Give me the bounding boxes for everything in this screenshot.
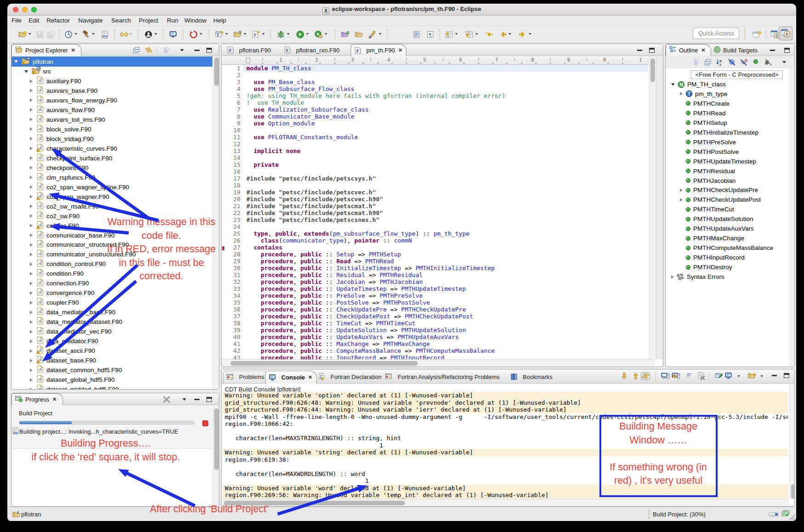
code-line[interactable]: 10	[222, 127, 648, 134]
tree-item-file[interactable]: .cconvergence.F90	[11, 288, 212, 298]
maximize-view-icon[interactable]	[784, 373, 789, 378]
profile-person-icon[interactable]	[144, 29, 153, 40]
code-line[interactable]: 4 use PM_Subsurface_Flow_class	[222, 85, 648, 92]
focus-icon[interactable]	[162, 46, 171, 56]
code-line[interactable]: 2	[222, 72, 648, 79]
code-line[interactable]: 34 procedure, public :: PreSolve => PMTH…	[222, 292, 648, 299]
code-line[interactable]: 43 procedure, public :: InputRecord => P…	[222, 354, 648, 359]
display-console-dropdown-icon[interactable]	[737, 375, 740, 377]
tree-collapsed-icon[interactable]	[30, 175, 33, 179]
resize-grip[interactable]	[787, 513, 795, 521]
tree-collapsed-icon[interactable]	[30, 243, 33, 247]
tree-collapsed-icon[interactable]	[30, 272, 33, 276]
menu-window[interactable]: Window	[184, 17, 206, 24]
tree-item-file[interactable]: .ccharacteristic_curves.F90	[11, 143, 212, 153]
code-line[interactable]: 24	[222, 223, 648, 230]
scrollbar-thumb[interactable]	[230, 361, 418, 366]
code-line[interactable]: 42 procedure, public :: ComputeMassBalan…	[222, 347, 648, 354]
show-on-stdout-icon[interactable]	[661, 372, 669, 382]
tree-item-file[interactable]: .cblock_solve.F90	[11, 124, 212, 134]
prev-warning-icon[interactable]	[632, 372, 639, 382]
code-line[interactable]: 7 use Realization_Subsurface_class	[222, 106, 648, 113]
tree-item-file[interactable]: .cclm_rspfuncs.F90	[11, 172, 212, 182]
status-build-progress-text[interactable]: Build Project: (30%)	[653, 511, 706, 518]
tree-item-file[interactable]: .ccommunicator_structured.F90	[11, 240, 212, 250]
code-line[interactable]: 12	[222, 141, 648, 147]
profile-person-dropdown-icon[interactable]	[154, 33, 157, 35]
outline-item[interactable]: Tpm_th_type	[666, 89, 789, 99]
code-line[interactable]: 35 procedure, public :: PostSolve => PMT…	[222, 299, 648, 306]
scrollbar-thumb[interactable]	[224, 501, 405, 505]
build-hammer-dropdown-icon[interactable]	[92, 33, 95, 35]
stop-build-button[interactable]	[202, 420, 208, 426]
tree-collapsed-icon[interactable]	[30, 301, 33, 305]
hide-static-icon[interactable]: S	[740, 58, 748, 68]
new-wizard-dropdown-icon[interactable]	[29, 33, 31, 35]
progress-tab[interactable]: Progress✕	[11, 393, 63, 405]
outline-item[interactable]: PMTHUpdateAuxVars	[666, 224, 789, 233]
console-tab-problems[interactable]: Problems	[223, 371, 268, 383]
tree-collapsed-icon[interactable]	[30, 359, 33, 362]
code-line[interactable]: 15 private	[222, 161, 648, 168]
outline-item[interactable]: Syntax Errors	[666, 272, 789, 282]
tree-item-file[interactable]: .cdata_mediator_base.F90	[11, 307, 212, 317]
console-tab-fortran-analysis-refactoring-problems[interactable]: Fortran Analysis/Refactoring Problems	[382, 371, 503, 383]
back-arrow-dropdown-icon[interactable]	[508, 33, 511, 35]
run-external-icon[interactable]	[314, 29, 323, 40]
tree-item-file[interactable]: .cdata_mediator_dataset.F90	[11, 317, 212, 327]
tree-item-file[interactable]: .cdataset_global_hdf5.F90	[11, 375, 212, 385]
binary-010-icon[interactable]: 010	[101, 29, 108, 40]
outline-item[interactable]: MPM_TH_class	[666, 79, 789, 89]
tree-collapsed-icon[interactable]	[30, 224, 33, 227]
code-line[interactable]: 14	[222, 154, 648, 161]
tree-collapsed-icon[interactable]	[30, 195, 33, 198]
tree-item-file[interactable]: .ccondition.F90	[11, 269, 212, 279]
console-hscrollbar[interactable]	[222, 499, 789, 506]
code-line[interactable]: 28 procedure, public :: Setup => PMTHSet…	[222, 251, 648, 258]
code-line[interactable]: 3 use PM_Base_class	[222, 79, 648, 85]
prev-annotation-dropdown-icon[interactable]	[475, 33, 478, 35]
minimize-view-icon[interactable]	[772, 373, 777, 378]
code-line[interactable]: 26 class(communicator_type), pointer :: …	[222, 237, 648, 244]
tree-item-file[interactable]: .cdataset_base.F90	[11, 356, 212, 366]
forward-arrow-dropdown-icon[interactable]	[529, 33, 531, 35]
tree-item-file[interactable]: .cauxiliary.F90	[11, 76, 212, 86]
search-wand-icon[interactable]	[369, 29, 377, 40]
tree-collapsed-icon[interactable]	[30, 368, 33, 372]
tree-collapsed-icon[interactable]	[30, 127, 33, 131]
hide-preprocessor-icon[interactable]: #	[764, 58, 772, 68]
run-external-dropdown-icon[interactable]	[325, 33, 327, 35]
tree-item-file[interactable]: .cco2_sw_rtsafe.F90	[11, 201, 212, 211]
tree-item-file[interactable]: .cco2_span_wagner.F90	[11, 192, 212, 202]
progress-vscrollbar[interactable]	[213, 405, 219, 506]
maximize-view-icon[interactable]	[784, 48, 790, 52]
tree-item-file[interactable]: .cauxvars_flow.F90	[11, 105, 212, 115]
minimize-view-icon[interactable]	[770, 48, 775, 52]
code-line[interactable]: 17#include "petsc/finclude/petscsys.h"	[222, 175, 648, 182]
tree-collapsed-icon[interactable]	[680, 92, 683, 96]
open-folder-icon[interactable]	[355, 29, 364, 40]
console-tab-bookmarks[interactable]: Bookmarks	[507, 371, 556, 383]
menu-project[interactable]: Project	[139, 17, 158, 24]
new-fortran-project-dropdown-icon[interactable]	[225, 33, 228, 35]
debug-bug-icon[interactable]	[277, 29, 285, 40]
outline-item[interactable]: PMTHDestroy	[666, 262, 789, 272]
last-edit-location-icon[interactable]	[485, 29, 494, 40]
title-bar[interactable]: Xeclipse-workspace - pflotran/src/pm_th.…	[7, 4, 796, 16]
debug-bug-dropdown-icon[interactable]	[287, 33, 290, 35]
menu-run[interactable]: Run	[167, 17, 178, 24]
tree-collapsed-icon[interactable]	[680, 188, 683, 192]
open-console-icon[interactable]	[748, 372, 757, 381]
outline-item[interactable]: PMTHPostSolve	[666, 147, 789, 157]
tree-expanded-icon[interactable]	[671, 83, 675, 86]
tree-collapsed-icon[interactable]	[30, 166, 33, 170]
console-tab-fortran-declaration[interactable]: ƒFortran Declaration	[315, 371, 385, 383]
tree-collapsed-icon[interactable]	[30, 253, 33, 256]
pin-console-icon[interactable]	[715, 372, 723, 382]
code-line[interactable]: 38 procedure, public :: TimeCut => PMTHT…	[222, 320, 648, 327]
tree-item-file[interactable]: .ccoupler.F90	[11, 298, 212, 308]
outline-item[interactable]: PMTHComputeMassBalance	[666, 243, 789, 253]
scrollbar-thumb[interactable]	[214, 408, 219, 470]
outline-item[interactable]: PMTHTimeCut	[666, 204, 789, 214]
status-progress-capsule-icon[interactable]	[769, 512, 779, 516]
